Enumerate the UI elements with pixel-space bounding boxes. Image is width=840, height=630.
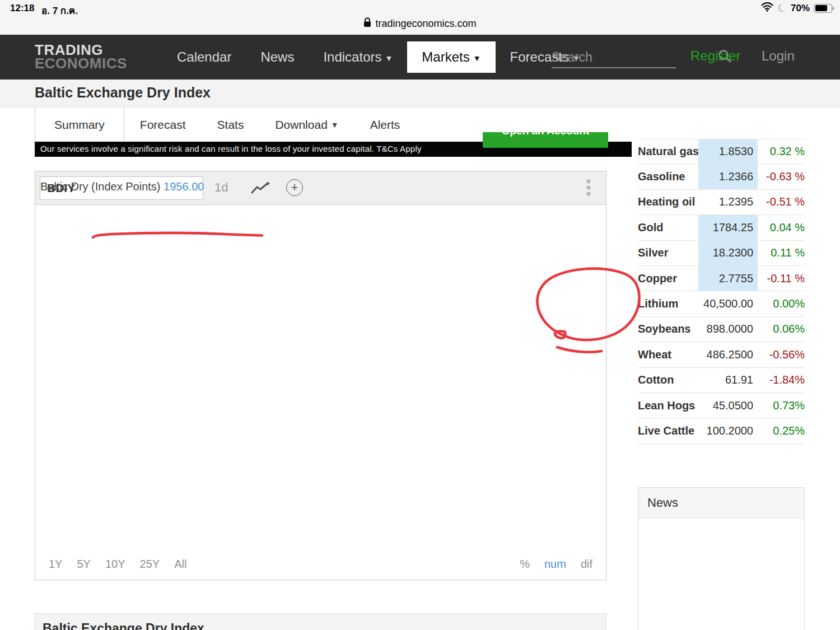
commodity-change: 0.73% xyxy=(758,393,805,418)
commodity-price: 18.2300 xyxy=(698,241,758,265)
login-link[interactable]: Login xyxy=(762,48,795,64)
commodity-change: -1.84% xyxy=(758,368,805,393)
table-row: Soybeans898.00000.06% xyxy=(638,317,805,342)
plot-area[interactable] xyxy=(35,205,607,552)
nav-item-markets[interactable]: Markets▼ xyxy=(407,41,495,73)
table-row: Natural gas1.85300.32 % xyxy=(638,139,805,164)
clock: 12:18 xyxy=(10,3,34,14)
page-title: Baltic Exchange Dry Index xyxy=(35,85,211,101)
chevron-down-icon: ▼ xyxy=(385,54,393,63)
commodity-change: 0.25% xyxy=(758,418,805,443)
system-top-bars: 12:18 อ. 7 ก.ค. ☾ 70% tradingeconomics.c… xyxy=(0,0,840,35)
table-row: Lithium40,500.000.00% xyxy=(638,291,805,316)
nav-item-calendar[interactable]: Calendar xyxy=(162,41,246,73)
commodities-table: Natural gas1.85300.32 %Gasoline1.2366-0.… xyxy=(638,139,805,444)
next-section-title: Baltic Exchange Dry Index xyxy=(43,621,204,630)
lock-icon xyxy=(363,17,371,30)
chevron-down-icon: ▼ xyxy=(331,120,339,129)
table-row: Cotton61.91-1.84% xyxy=(638,368,805,393)
commodity-name[interactable]: Cotton xyxy=(638,368,698,393)
commodity-name[interactable]: Gasoline xyxy=(638,164,698,189)
commodity-name[interactable]: Silver xyxy=(638,241,698,265)
commodity-change: 0.32 % xyxy=(758,139,805,164)
price-chart[interactable] xyxy=(35,205,607,552)
mode-dif[interactable]: dif xyxy=(581,558,592,571)
search-field-wrap xyxy=(552,47,676,68)
commodity-name[interactable]: Live Cattle xyxy=(638,418,698,443)
url-text: tradingeconomics.com xyxy=(375,18,476,30)
range-5y[interactable]: 5Y xyxy=(77,558,90,571)
range-buttons: 1Y5Y10Y25YAll xyxy=(49,558,186,571)
open-account-button[interactable]: Open an Account xyxy=(483,132,608,148)
commodity-price: 898.0000 xyxy=(698,317,758,342)
table-row: Gold1784.250.04 % xyxy=(638,215,805,240)
commodity-price: 100.2000 xyxy=(698,418,758,443)
trading-economics-logo[interactable]: TRADING ECONOMICS xyxy=(35,43,127,71)
interval-label[interactable]: 1d xyxy=(214,180,228,195)
tabs: SummaryForecastStatsDownload▼Alerts xyxy=(35,108,416,142)
commodity-name[interactable]: Soybeans xyxy=(638,317,698,342)
commodity-price: 2.7755 xyxy=(698,266,758,291)
add-series-icon[interactable]: + xyxy=(286,179,303,196)
commodity-name[interactable]: Lithium xyxy=(638,291,698,316)
kebab-menu-icon[interactable] xyxy=(587,180,590,195)
main-navbar: TRADING ECONOMICS CalendarNewsIndicators… xyxy=(0,35,840,80)
chart-card: BDIY 1d + Baltic Dry (Index Points) 1956… xyxy=(35,171,606,580)
safari-address-bar[interactable]: tradingeconomics.com xyxy=(0,15,840,35)
tab-summary[interactable]: Summary xyxy=(35,108,124,142)
tab-download[interactable]: Download▼ xyxy=(259,108,354,142)
commodity-price: 1.2366 xyxy=(698,164,758,189)
mode-%[interactable]: % xyxy=(520,558,530,571)
do-not-disturb-moon-icon: ☾ xyxy=(776,2,788,15)
commodity-price: 486.2500 xyxy=(698,342,758,367)
range-10y[interactable]: 10Y xyxy=(105,558,125,571)
commodity-change: 0.00% xyxy=(758,291,805,316)
next-section: Baltic Exchange Dry Index xyxy=(35,613,606,630)
news-header: News xyxy=(638,488,804,519)
table-row: Copper2.7755-0.11 % xyxy=(638,266,805,291)
nav-item-news[interactable]: News xyxy=(246,41,309,73)
commodity-name[interactable]: Natural gas xyxy=(638,139,698,164)
range-25y[interactable]: 25Y xyxy=(140,558,160,571)
battery-percent: 70% xyxy=(791,3,810,14)
tab-alerts[interactable]: Alerts xyxy=(354,108,416,142)
chevron-down-icon: ▼ xyxy=(473,54,481,63)
table-row: Heating oil1.2395-0.51 % xyxy=(638,190,805,215)
commodity-name[interactable]: Heating oil xyxy=(638,190,698,214)
commodity-name[interactable]: Lean Hogs xyxy=(638,393,698,418)
commodity-change: 0.04 % xyxy=(758,215,805,240)
commodity-price: 45.0500 xyxy=(698,393,758,418)
commodity-change: -0.63 % xyxy=(758,164,805,189)
risk-warning-text: Our services involve a significant risk … xyxy=(40,144,422,153)
battery-icon xyxy=(814,4,832,13)
commodity-name[interactable]: Gold xyxy=(638,215,698,240)
page-title-bar: Baltic Exchange Dry Index xyxy=(0,80,840,108)
line-style-icon[interactable] xyxy=(251,181,270,197)
mode-num[interactable]: num xyxy=(544,558,566,571)
tab-forecast[interactable]: Forecast xyxy=(124,108,202,142)
news-panel: News xyxy=(638,487,805,630)
commodity-change: 0.06% xyxy=(758,317,805,342)
commodity-price: 1784.25 xyxy=(698,215,758,240)
nav-item-indicators[interactable]: Indicators▼ xyxy=(309,41,407,73)
table-row: Live Cattle100.20000.25% xyxy=(638,418,805,444)
chart-title: Baltic Dry (Index Points) 1956.00 xyxy=(40,180,204,193)
register-link[interactable]: Register xyxy=(690,48,740,64)
range-all[interactable]: All xyxy=(174,558,186,571)
table-row: Gasoline1.2366-0.63 % xyxy=(638,164,805,189)
commodity-price: 1.8530 xyxy=(698,139,758,164)
commodity-price: 61.91 xyxy=(698,368,758,393)
chart-last-value: 1956.00 xyxy=(164,180,204,193)
commodity-price: 40,500.00 xyxy=(698,291,758,316)
range-1y[interactable]: 1Y xyxy=(49,558,62,571)
commodity-change: -0.56% xyxy=(758,342,805,367)
commodity-name[interactable]: Copper xyxy=(638,266,698,291)
commodity-change: -0.51 % xyxy=(758,190,805,214)
commodity-name[interactable]: Wheat xyxy=(638,342,698,367)
table-row: Silver18.23000.11 % xyxy=(638,241,805,266)
tabs-row: SummaryForecastStatsDownload▼Alerts xyxy=(0,108,840,142)
wifi-icon xyxy=(761,2,773,14)
commodity-change: -0.11 % xyxy=(758,266,805,291)
table-row: Wheat486.2500-0.56% xyxy=(638,342,805,367)
tab-stats[interactable]: Stats xyxy=(202,108,260,142)
